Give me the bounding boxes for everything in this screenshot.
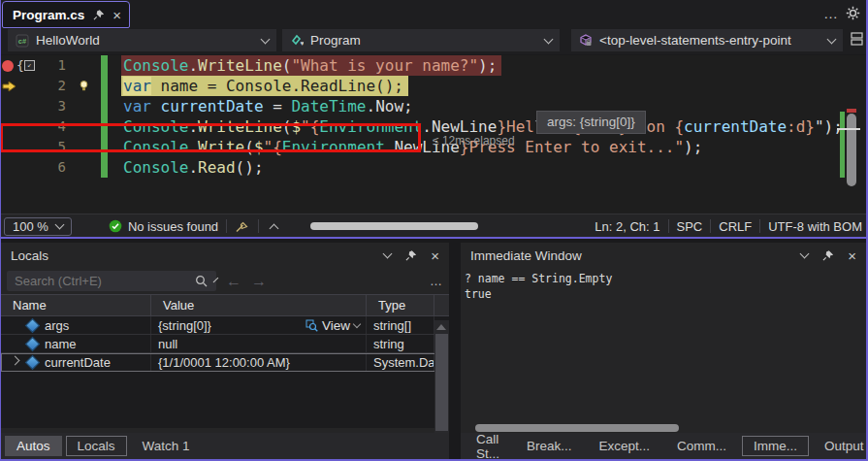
back-arrow-icon[interactable]: ←	[226, 273, 241, 290]
window-position-icon[interactable]	[383, 249, 393, 259]
scrollbar-breakpoint-mark	[847, 109, 856, 113]
pinned-tip-icon[interactable]: {↙	[16, 55, 35, 76]
code-line[interactable]: 3var currentDate = DateTime.Now;	[0, 96, 868, 116]
chevron-right-icon[interactable]	[10, 356, 19, 366]
scrollbar-caret-mark	[837, 128, 860, 130]
scroll-up-icon[interactable]	[436, 324, 446, 330]
line-margin[interactable]: {↙	[0, 55, 41, 76]
lightbulb-icon[interactable]	[78, 80, 90, 92]
tab-comm[interactable]: Comm...	[665, 436, 738, 456]
window-position-icon[interactable]	[800, 249, 810, 259]
caret-position[interactable]: Ln: 2, Ch: 1	[595, 219, 659, 234]
project-label: HelloWorld	[36, 33, 100, 48]
code-line[interactable]: {↙1Console.WriteLine("What is your name?…	[0, 55, 868, 76]
change-bar	[101, 116, 108, 137]
tab-except[interactable]: Except...	[588, 436, 662, 456]
cell-value[interactable]: {1/1/0001 12:00:00 AM}	[151, 353, 367, 371]
tab-watch-1[interactable]: Watch 1	[131, 436, 202, 456]
type-dropdown[interactable]: ♥ Program	[282, 29, 560, 51]
project-dropdown[interactable]: c# HelloWorld	[8, 29, 276, 51]
expand-up-icon[interactable]	[270, 223, 279, 233]
tab-locals[interactable]: Locals	[66, 436, 127, 456]
separator	[258, 219, 259, 233]
column-type[interactable]: Type	[367, 295, 434, 315]
line-gutter	[66, 137, 101, 157]
more-options-icon[interactable]: …	[430, 274, 443, 288]
cell-name[interactable]: currentDate	[1, 353, 151, 371]
immediate-console[interactable]: ? name == String.Emptytrue	[461, 268, 866, 305]
search-box[interactable]	[7, 271, 216, 291]
scrollbar-thumb[interactable]	[435, 334, 448, 431]
table-row[interactable]: args{string[0]}Viewstring[]	[1, 316, 449, 335]
split-window-icon[interactable]	[850, 31, 864, 47]
pin-icon[interactable]	[93, 10, 104, 20]
code-text: Console.WriteLine("What is your name?");	[121, 55, 501, 76]
editor-vertical-scrollbar[interactable]	[847, 114, 856, 186]
cell-value[interactable]: null	[151, 335, 367, 352]
editor-horizontal-scrollbar[interactable]	[310, 222, 478, 230]
encoding[interactable]: UTF-8 with BOM	[768, 219, 862, 234]
code-token: (	[282, 117, 292, 136]
close-icon[interactable]: ×	[113, 8, 121, 22]
change-bar	[101, 157, 108, 178]
tab-output[interactable]: Output	[813, 436, 868, 456]
code-token: $	[254, 138, 264, 156]
code-text: var name = Console.ReadLine();	[121, 76, 408, 96]
search-input[interactable]	[13, 273, 187, 289]
datatip-args[interactable]: args: {string[0]}	[536, 111, 646, 134]
zoom-dropdown[interactable]: 100 %	[4, 217, 72, 236]
tab-call-st[interactable]: Call St...	[465, 429, 511, 461]
column-value[interactable]: Value	[151, 295, 367, 315]
issues-indicator[interactable]: No issues found	[109, 219, 218, 234]
code-token: ");	[815, 117, 843, 136]
line-margin[interactable]	[0, 76, 41, 96]
close-icon[interactable]: ×	[431, 248, 439, 263]
table-header[interactable]: Name Value Type	[1, 294, 449, 316]
view-button[interactable]: View	[305, 318, 366, 333]
chevron-down-icon[interactable]	[213, 277, 219, 282]
immediate-title-bar[interactable]: Immediate Window ×	[461, 243, 866, 268]
view-magnifier-icon	[305, 319, 318, 332]
code-editor[interactable]: {↙1Console.WriteLine("What is your name?…	[0, 55, 868, 214]
cell-name[interactable]: name	[1, 335, 151, 352]
line-number: 4	[41, 116, 66, 137]
line-margin[interactable]	[0, 116, 41, 137]
indent-mode[interactable]: SPC	[677, 219, 703, 234]
line-margin[interactable]	[0, 137, 41, 157]
chevron-down-icon	[353, 319, 361, 327]
forward-arrow-icon[interactable]: →	[251, 273, 267, 290]
line-margin[interactable]	[0, 96, 41, 116]
tab-autos[interactable]: Autos	[5, 436, 62, 456]
cell-type[interactable]: string	[367, 335, 434, 352]
tab-break[interactable]: Break...	[515, 436, 584, 456]
code-token: Console	[123, 56, 188, 75]
tab-program-cs[interactable]: Program.cs ×	[2, 1, 130, 28]
close-icon[interactable]: ×	[848, 248, 856, 263]
class-icon: ♥	[290, 34, 304, 47]
current-statement-icon[interactable]	[2, 81, 16, 92]
code-line[interactable]: 6Console.Read();	[0, 157, 868, 178]
gear-icon[interactable]	[846, 6, 860, 20]
breakpoint-icon[interactable]	[2, 60, 14, 72]
line-margin[interactable]	[0, 157, 41, 178]
ellipsis-menu-icon[interactable]: …	[823, 5, 839, 21]
line-endings[interactable]: CRLF	[719, 219, 752, 234]
perftip[interactable]: ≤ 12ms elapsed	[433, 134, 515, 148]
cell-type[interactable]: System.Dat...	[367, 353, 434, 371]
cell-type[interactable]: string[]	[367, 316, 434, 334]
line-gutter	[66, 55, 101, 76]
cell-value[interactable]: {string[0]}View	[151, 316, 367, 334]
pin-icon[interactable]	[405, 250, 416, 261]
code-cleanup-broom-icon[interactable]	[235, 219, 250, 233]
tab-imme[interactable]: Imme...	[742, 436, 809, 456]
table-row[interactable]: namenullstring	[1, 335, 449, 353]
cell-name[interactable]: args	[1, 316, 151, 334]
search-icon[interactable]	[195, 275, 208, 287]
table-row[interactable]: currentDate{1/1/0001 12:00:00 AM}System.…	[1, 353, 449, 372]
expander-icon[interactable]	[9, 360, 20, 364]
code-line[interactable]: 2var name = Console.ReadLine();	[0, 76, 868, 96]
locals-title-bar[interactable]: Locals ×	[1, 243, 449, 268]
column-name[interactable]: Name	[1, 295, 151, 315]
member-dropdown[interactable]: <top-level-statements-entry-point	[571, 29, 843, 51]
pin-icon[interactable]	[822, 250, 833, 261]
